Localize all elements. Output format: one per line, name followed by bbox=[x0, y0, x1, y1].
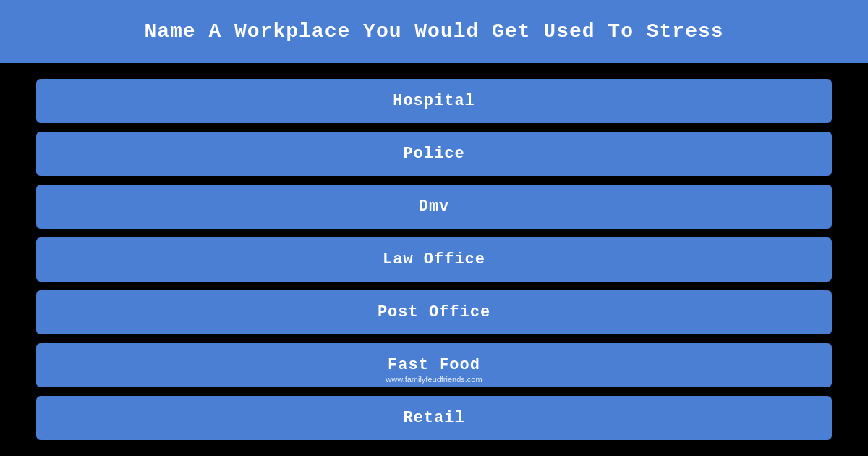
answer-police[interactable]: Police bbox=[36, 132, 832, 176]
header: Name A Workplace You Would Get Used To S… bbox=[0, 0, 868, 66]
answer-dmv[interactable]: Dmv bbox=[36, 185, 832, 229]
header-title: Name A Workplace You Would Get Used To S… bbox=[144, 20, 723, 43]
answer-retail[interactable]: Retail bbox=[36, 396, 832, 440]
answers-container: Hospital Police Dmv Law Office Post Offi… bbox=[0, 66, 868, 453]
answer-law-office[interactable]: Law Office bbox=[36, 237, 832, 282]
answer-hospital[interactable]: Hospital bbox=[36, 79, 832, 123]
answer-post-office[interactable]: Post Office bbox=[36, 290, 832, 334]
watermark: www.familyfeudfriends.com bbox=[386, 375, 482, 384]
last-item-container: www.familyfeudfriends.com Retail bbox=[36, 396, 832, 440]
